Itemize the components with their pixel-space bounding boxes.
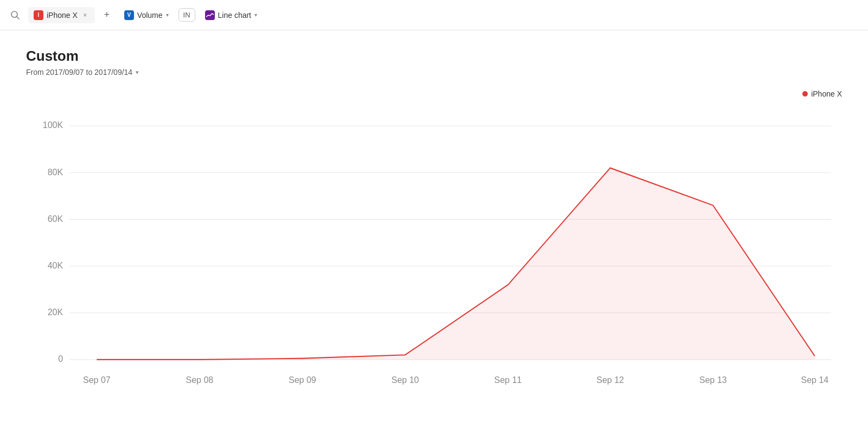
- svg-text:40K: 40K: [48, 260, 63, 271]
- volume-tab-icon: V: [124, 10, 134, 20]
- svg-text:Sep 13: Sep 13: [699, 374, 727, 385]
- topbar: I iPhone X × + V Volume ▾ IN Line chart …: [0, 0, 868, 30]
- legend-dot-iphone: [802, 91, 808, 97]
- svg-text:0: 0: [58, 354, 63, 365]
- chart-title: Custom: [26, 48, 842, 65]
- svg-text:Sep 08: Sep 08: [186, 374, 213, 385]
- date-range-chevron-icon: ▾: [136, 69, 139, 76]
- svg-text:Sep 10: Sep 10: [391, 374, 419, 385]
- svg-text:Sep 09: Sep 09: [289, 374, 316, 385]
- date-range-text: From 2017/09/07 to 2017/09/14: [26, 68, 132, 76]
- tab-volume[interactable]: V Volume ▾: [119, 7, 174, 23]
- svg-line-1: [17, 16, 20, 19]
- legend-label-iphone: iPhone X: [811, 90, 842, 98]
- tab-iphone-label: iPhone X: [47, 11, 78, 20]
- volume-chevron-icon: ▾: [166, 12, 169, 18]
- tab-iphone-x[interactable]: I iPhone X ×: [28, 7, 95, 23]
- svg-text:100K: 100K: [43, 120, 63, 131]
- search-button[interactable]: [7, 7, 24, 24]
- svg-text:60K: 60K: [48, 213, 63, 224]
- chart-fill-area: [97, 168, 815, 360]
- tab-line-chart[interactable]: Line chart ▾: [200, 7, 263, 23]
- svg-text:20K: 20K: [48, 306, 63, 317]
- tab-linechart-label: Line chart: [218, 11, 251, 20]
- svg-text:80K: 80K: [48, 167, 63, 177]
- chart-svg: 100K 80K 60K 40K 20K 0 Sep 07 Sep 08 Sep…: [26, 103, 842, 406]
- svg-text:Sep 12: Sep 12: [596, 374, 624, 385]
- svg-text:Sep 14: Sep 14: [801, 374, 828, 385]
- linechart-tab-icon: [205, 10, 215, 20]
- chart-area: 100K 80K 60K 40K 20K 0 Sep 07 Sep 08 Sep…: [26, 103, 842, 406]
- main-content: Custom From 2017/09/07 to 2017/09/14 ▾ i…: [0, 30, 868, 424]
- date-range-selector[interactable]: From 2017/09/07 to 2017/09/14 ▾: [26, 68, 842, 76]
- in-badge[interactable]: IN: [178, 8, 195, 22]
- svg-text:Sep 07: Sep 07: [83, 374, 111, 385]
- svg-text:Sep 11: Sep 11: [494, 374, 522, 385]
- chart-legend: iPhone X: [26, 90, 842, 98]
- tab-close-button[interactable]: ×: [81, 11, 90, 20]
- tab-volume-label: Volume: [137, 11, 163, 20]
- iphone-tab-icon: I: [34, 10, 43, 20]
- add-tab-button[interactable]: +: [99, 8, 114, 23]
- chart-wrapper: iPhone X 100K 80K 60K 40K 20K 0: [26, 90, 842, 406]
- linechart-chevron-icon: ▾: [254, 12, 257, 18]
